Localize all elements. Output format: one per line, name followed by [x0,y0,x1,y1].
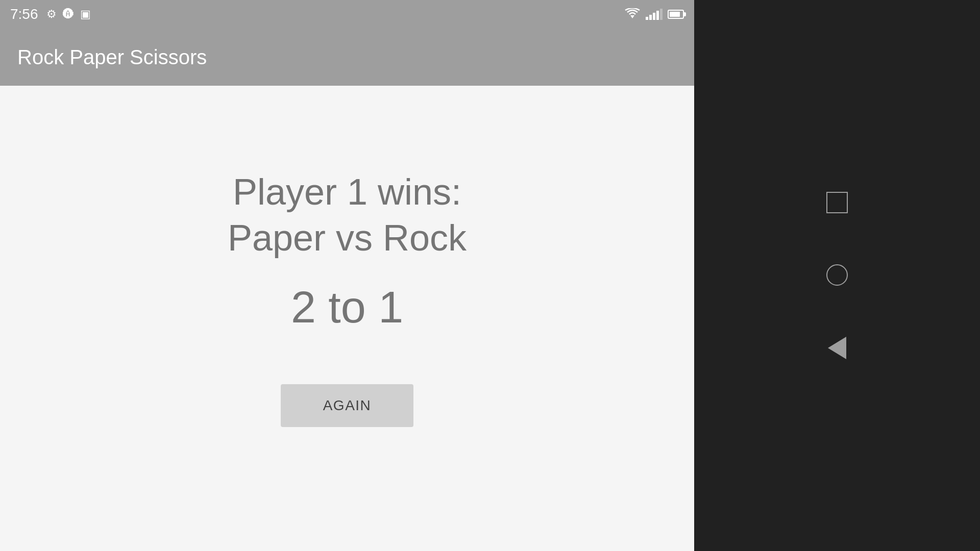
nav-bar [694,0,980,551]
again-button-label: AGAIN [323,397,372,414]
battery-icon [668,10,684,19]
result-text: Player 1 wins: Paper vs Rock [228,169,467,261]
text-icon: 🅐 [63,8,74,21]
app-title: Rock Paper Scissors [17,46,207,69]
result-line2: Paper vs Rock [228,217,467,258]
status-bar: 7:56 ⚙ 🅐 ▣ [0,0,694,29]
home-button[interactable] [826,264,848,286]
status-icons: ⚙ 🅐 ▣ [46,8,91,21]
status-bar-left: 7:56 ⚙ 🅐 ▣ [10,6,91,22]
main-content: Player 1 wins: Paper vs Rock 2 to 1 AGAI… [0,86,694,551]
signal-icon [646,9,663,20]
result-line1: Player 1 wins: [233,171,461,212]
battery-fill [670,12,680,17]
card-icon: ▣ [80,8,91,21]
recent-apps-button[interactable] [826,192,848,213]
settings-icon: ⚙ [46,8,57,21]
wifi-icon [624,8,641,20]
score-text: 2 to 1 [291,281,403,333]
again-button[interactable]: AGAIN [281,384,413,427]
svg-marker-0 [630,15,634,18]
status-bar-right [624,8,684,20]
home-icon [826,264,848,286]
back-icon [828,337,846,359]
recent-apps-icon [826,192,848,213]
app-bar: Rock Paper Scissors [0,29,694,86]
back-button[interactable] [828,337,846,359]
status-time: 7:56 [10,6,38,22]
phone-area: 7:56 ⚙ 🅐 ▣ [0,0,694,551]
